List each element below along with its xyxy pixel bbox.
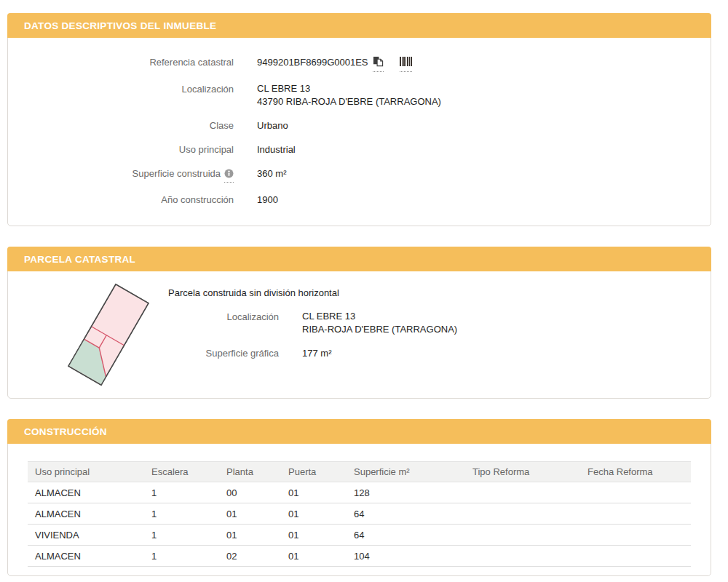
col-header-superficie: Superficie m² (347, 462, 465, 482)
table-header-row: Uso principal Escalera Planta Puerta Sup… (28, 462, 691, 482)
cell-escalera: 1 (144, 546, 219, 567)
cell-superficie: 128 (347, 482, 465, 503)
section-title-construccion: CONSTRUCCIÓN (7, 419, 711, 444)
clase-value: Urbano (257, 119, 288, 132)
col-header-fecha-reforma: Fecha Reforma (580, 462, 691, 482)
datos-descriptivos-body: Referencia catastral 9499201BF8699G0001E… (8, 38, 711, 226)
field-clase: Clase Urbano (8, 119, 711, 132)
uso-principal-value: Industrial (257, 143, 296, 156)
field-superficie-construida: Superficie construida 360 m² (8, 167, 711, 183)
anio-construccion-value: 1900 (257, 193, 278, 207)
cell-puerta: 01 (281, 482, 347, 503)
field-label: Año construcción (8, 193, 234, 207)
cell-tipo-reforma (465, 503, 580, 525)
cell-puerta: 01 (281, 525, 347, 546)
cell-tipo-reforma (465, 525, 580, 546)
parcel-map-figure[interactable] (49, 283, 165, 389)
field-parcela-localizacion: Localización CL EBRE 13 RIBA-ROJA D'EBRE… (168, 310, 457, 336)
section-title-parcela-catastral: PARCELA CATASTRAL (7, 247, 711, 271)
field-superficie-grafica: Superficie gráfica 177 m² (168, 346, 457, 360)
parcela-intro-text: Parcela construida sin división horizont… (168, 287, 457, 298)
barcode-icon[interactable] (400, 57, 412, 72)
field-label: Localización (168, 310, 279, 336)
parcela-localizacion-line2: RIBA-ROJA D'EBRE (TARRAGONA) (302, 323, 457, 336)
field-uso-principal: Uso principal Industrial (8, 143, 711, 156)
cell-superficie: 64 (347, 525, 465, 546)
field-label: Uso principal (8, 143, 234, 156)
table-row: ALMACEN 1 01 01 64 (28, 503, 691, 525)
section-title-datos-descriptivos: DATOS DESCRIPTIVOS DEL INMUEBLE (7, 13, 711, 38)
col-header-planta: Planta (219, 462, 281, 482)
cell-uso: VIVIENDA (28, 525, 144, 546)
cell-tipo-reforma (465, 482, 580, 503)
section-datos-descriptivos: DATOS DESCRIPTIVOS DEL INMUEBLE Referenc… (7, 13, 711, 226)
cell-superficie: 64 (347, 503, 465, 525)
cell-planta: 01 (219, 503, 281, 525)
field-localizacion: Localización CL EBRE 13 43790 RIBA-ROJA … (8, 82, 711, 108)
localizacion-line1: CL EBRE 13 (257, 82, 441, 95)
cell-tipo-reforma (465, 546, 580, 567)
parcela-localizacion-value: CL EBRE 13 RIBA-ROJA D'EBRE (TARRAGONA) (302, 310, 457, 336)
referencia-catastral-value: 9499201BF8699G0001ES (257, 55, 412, 72)
localizacion-value: CL EBRE 13 43790 RIBA-ROJA D'EBRE (TARRA… (257, 82, 441, 108)
field-anio-construccion: Año construcción 1900 (8, 193, 711, 207)
construccion-table: Uso principal Escalera Planta Puerta Sup… (28, 461, 691, 567)
col-header-puerta: Puerta (281, 462, 347, 482)
cell-planta: 02 (219, 546, 281, 567)
cell-puerta: 01 (281, 546, 347, 567)
construccion-table-wrap: Uso principal Escalera Planta Puerta Sup… (8, 444, 711, 575)
section-construccion: CONSTRUCCIÓN Uso principal Escalera Plan… (7, 419, 711, 576)
section-parcela-catastral: PARCELA CATASTRAL Parcela construida sin… (7, 247, 711, 399)
cell-fecha-reforma (580, 525, 691, 546)
field-label: Clase (8, 119, 234, 132)
cell-puerta: 01 (281, 503, 347, 525)
field-label: Localización (8, 82, 234, 108)
cell-fecha-reforma (580, 482, 691, 503)
copy-to-clipboard-icon[interactable] (373, 56, 384, 72)
col-header-uso-principal: Uso principal (28, 462, 144, 482)
col-header-escalera: Escalera (144, 462, 219, 482)
cell-uso: ALMACEN (28, 482, 144, 503)
cell-escalera: 1 (144, 503, 219, 525)
parcela-body: Parcela construida sin división horizont… (8, 271, 711, 398)
table-row: ALMACEN 1 00 01 128 (28, 482, 691, 503)
field-referencia-catastral: Referencia catastral 9499201BF8699G0001E… (8, 55, 711, 72)
field-label: Superficie gráfica (168, 346, 279, 360)
col-header-tipo-reforma: Tipo Reforma (465, 462, 580, 482)
parcela-localizacion-line1: CL EBRE 13 (302, 310, 457, 323)
cell-fecha-reforma (580, 546, 691, 567)
cell-escalera: 1 (144, 525, 219, 546)
cell-escalera: 1 (144, 482, 219, 503)
localizacion-line2: 43790 RIBA-ROJA D'EBRE (TARRAGONA) (257, 95, 441, 108)
field-label: Superficie construida (8, 167, 234, 183)
cell-uso: ALMACEN (28, 503, 144, 525)
table-row: VIVIENDA 1 01 01 64 (28, 525, 691, 546)
info-icon[interactable] (224, 168, 234, 183)
superficie-grafica-value: 177 m² (302, 346, 331, 360)
cell-planta: 01 (219, 525, 281, 546)
superficie-construida-value: 360 m² (257, 167, 286, 183)
cell-planta: 00 (219, 482, 281, 503)
cell-superficie: 104 (347, 546, 465, 567)
parcela-details: Parcela construida sin división horizont… (168, 283, 457, 389)
table-row: ALMACEN 1 02 01 104 (28, 546, 691, 567)
cell-fecha-reforma (580, 503, 691, 525)
field-label: Referencia catastral (8, 55, 234, 72)
cell-uso: ALMACEN (28, 546, 144, 567)
